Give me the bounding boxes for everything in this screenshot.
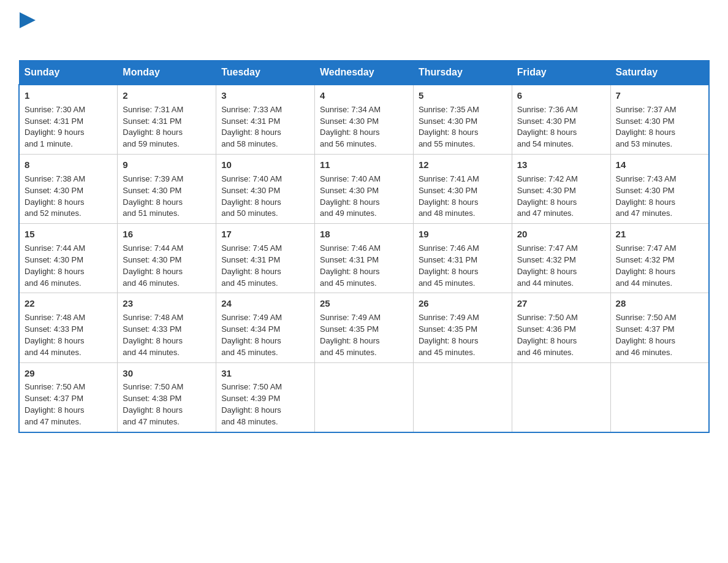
- calendar-cell: 18Sunrise: 7:46 AMSunset: 4:31 PMDayligh…: [315, 224, 414, 293]
- sunset-text: Sunset: 4:39 PM: [221, 394, 280, 403]
- day-number: 16: [123, 228, 211, 241]
- daylight-text: Daylight: 8 hours: [616, 336, 676, 345]
- day-number: 3: [221, 89, 309, 102]
- sunrise-text: Sunrise: 7:41 AM: [419, 174, 479, 183]
- daylight-text2: and 48 minutes.: [419, 209, 476, 218]
- sunrise-text: Sunrise: 7:36 AM: [517, 105, 578, 114]
- calendar-cell: 25Sunrise: 7:49 AMSunset: 4:35 PMDayligh…: [315, 293, 414, 362]
- sunset-text: Sunset: 4:37 PM: [25, 394, 83, 403]
- daylight-text: Daylight: 8 hours: [419, 128, 479, 137]
- sunrise-text: Sunrise: 7:50 AM: [25, 382, 85, 391]
- day-number: 25: [320, 297, 408, 310]
- daylight-text2: and 45 minutes.: [221, 278, 278, 288]
- calendar-cell: 23Sunrise: 7:48 AMSunset: 4:33 PMDayligh…: [118, 293, 216, 362]
- calendar-cell: 15Sunrise: 7:44 AMSunset: 4:30 PMDayligh…: [19, 224, 118, 293]
- sunrise-text: Sunrise: 7:49 AM: [221, 313, 282, 322]
- sunrise-text: Sunrise: 7:43 AM: [616, 174, 677, 183]
- day-number: 15: [25, 228, 112, 241]
- sunset-text: Sunset: 4:30 PM: [616, 117, 675, 126]
- daylight-text: Daylight: 8 hours: [320, 336, 380, 345]
- sunrise-text: Sunrise: 7:35 AM: [419, 105, 479, 114]
- calendar-cell: 14Sunrise: 7:43 AMSunset: 4:30 PMDayligh…: [610, 155, 709, 224]
- sunset-text: Sunset: 4:31 PM: [221, 117, 280, 126]
- daylight-text: Daylight: 8 hours: [419, 336, 479, 345]
- daylight-text2: and 59 minutes.: [123, 139, 180, 148]
- calendar-cell: 20Sunrise: 7:47 AMSunset: 4:32 PMDayligh…: [512, 224, 610, 293]
- sunrise-text: Sunrise: 7:50 AM: [221, 382, 282, 391]
- sunrise-text: Sunrise: 7:46 AM: [419, 243, 479, 253]
- sunrise-text: Sunrise: 7:47 AM: [616, 243, 677, 253]
- sunset-text: Sunset: 4:35 PM: [320, 324, 379, 334]
- sunrise-text: Sunrise: 7:33 AM: [221, 105, 282, 114]
- daylight-text: Daylight: 8 hours: [616, 267, 676, 276]
- sunrise-text: Sunrise: 7:48 AM: [25, 313, 85, 322]
- calendar-cell: 28Sunrise: 7:50 AMSunset: 4:37 PMDayligh…: [610, 293, 709, 362]
- daylight-text2: and 47 minutes.: [123, 417, 180, 426]
- sunrise-text: Sunrise: 7:31 AM: [123, 105, 183, 114]
- sunrise-text: Sunrise: 7:40 AM: [221, 174, 282, 183]
- day-number: 20: [517, 228, 605, 241]
- calendar-cell: 2Sunrise: 7:31 AMSunset: 4:31 PMDaylight…: [118, 85, 216, 155]
- calendar-cell: [315, 362, 414, 432]
- day-number: 13: [517, 158, 605, 172]
- day-number: 18: [320, 228, 408, 241]
- daylight-text: Daylight: 8 hours: [123, 405, 183, 415]
- sunrise-text: Sunrise: 7:42 AM: [517, 174, 578, 183]
- sunset-text: Sunset: 4:31 PM: [320, 255, 379, 264]
- daylight-text2: and 46 minutes.: [517, 348, 574, 357]
- header-wednesday: Wednesday: [315, 61, 414, 85]
- daylight-text2: and 52 minutes.: [25, 209, 82, 218]
- sunrise-text: Sunrise: 7:30 AM: [25, 105, 85, 114]
- sunset-text: Sunset: 4:30 PM: [419, 117, 477, 126]
- sunset-text: Sunset: 4:34 PM: [221, 324, 280, 334]
- daylight-text: Daylight: 8 hours: [123, 197, 183, 207]
- calendar-cell: 13Sunrise: 7:42 AMSunset: 4:30 PMDayligh…: [512, 155, 610, 224]
- calendar-cell: 9Sunrise: 7:39 AMSunset: 4:30 PMDaylight…: [118, 155, 216, 224]
- daylight-text: Daylight: 8 hours: [123, 128, 183, 137]
- daylight-text: Daylight: 8 hours: [517, 336, 577, 345]
- daylight-text: Daylight: 8 hours: [123, 336, 183, 345]
- daylight-text: Daylight: 8 hours: [320, 197, 380, 207]
- daylight-text: Daylight: 8 hours: [221, 336, 281, 345]
- sunrise-text: Sunrise: 7:49 AM: [419, 313, 479, 322]
- calendar-cell: 5Sunrise: 7:35 AMSunset: 4:30 PMDaylight…: [413, 85, 512, 155]
- calendar-cell: 19Sunrise: 7:46 AMSunset: 4:31 PMDayligh…: [413, 224, 512, 293]
- daylight-text: Daylight: 8 hours: [123, 267, 183, 276]
- daylight-text: Daylight: 8 hours: [221, 128, 281, 137]
- daylight-text2: and 54 minutes.: [517, 139, 574, 148]
- week-row-5: 29Sunrise: 7:50 AMSunset: 4:37 PMDayligh…: [19, 362, 709, 432]
- day-number: 14: [616, 158, 703, 172]
- header-monday: Monday: [118, 61, 216, 85]
- day-number: 10: [221, 158, 309, 172]
- sunset-text: Sunset: 4:31 PM: [25, 117, 83, 126]
- calendar-cell: [512, 362, 610, 432]
- sunrise-text: Sunrise: 7:38 AM: [25, 174, 85, 183]
- day-number: 7: [616, 89, 703, 102]
- daylight-text2: and 45 minutes.: [221, 348, 278, 357]
- calendar-cell: 29Sunrise: 7:50 AMSunset: 4:37 PMDayligh…: [19, 362, 118, 432]
- daylight-text2: and 46 minutes.: [123, 278, 180, 288]
- sunrise-text: Sunrise: 7:44 AM: [123, 243, 183, 253]
- daylight-text2: and 1 minute.: [25, 139, 73, 148]
- daylight-text: Daylight: 8 hours: [517, 267, 577, 276]
- sunset-text: Sunset: 4:32 PM: [517, 255, 576, 264]
- daylight-text: Daylight: 8 hours: [419, 197, 479, 207]
- calendar-cell: 10Sunrise: 7:40 AMSunset: 4:30 PMDayligh…: [216, 155, 315, 224]
- daylight-text2: and 44 minutes.: [616, 278, 673, 288]
- daylight-text2: and 45 minutes.: [320, 348, 377, 357]
- daylight-text: Daylight: 8 hours: [25, 405, 85, 415]
- daylight-text2: and 55 minutes.: [419, 139, 476, 148]
- daylight-text2: and 53 minutes.: [616, 139, 673, 148]
- sunset-text: Sunset: 4:30 PM: [517, 186, 576, 195]
- svg-marker-0: [20, 12, 36, 28]
- header-thursday: Thursday: [413, 61, 512, 85]
- calendar-cell: 30Sunrise: 7:50 AMSunset: 4:38 PMDayligh…: [118, 362, 216, 432]
- calendar-cell: 3Sunrise: 7:33 AMSunset: 4:31 PMDaylight…: [216, 85, 315, 155]
- calendar-cell: [610, 362, 709, 432]
- sunrise-text: Sunrise: 7:48 AM: [123, 313, 183, 322]
- sunset-text: Sunset: 4:30 PM: [221, 186, 280, 195]
- day-number: 23: [123, 297, 211, 310]
- logo: [18, 12, 36, 49]
- sunrise-text: Sunrise: 7:44 AM: [25, 243, 85, 253]
- daylight-text2: and 49 minutes.: [320, 209, 377, 218]
